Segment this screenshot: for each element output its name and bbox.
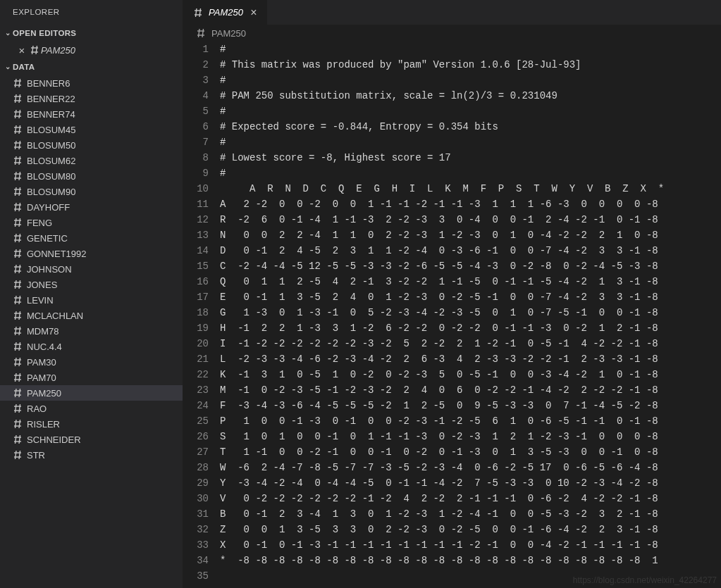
svg-line-71 <box>19 327 20 335</box>
tree-item-label: BLOSUM80 <box>27 171 75 182</box>
file-icon <box>11 201 24 213</box>
tree-item-benner22[interactable]: BENNER22 <box>0 91 183 106</box>
svg-line-10 <box>16 94 17 103</box>
file-icon <box>11 356 24 368</box>
file-icon <box>11 170 24 182</box>
line-number: 34 <box>183 553 209 568</box>
code-line: P 1 0 0 -1 -3 0 -1 0 0 -2 -3 -1 -2 -5 6 … <box>220 413 713 429</box>
tree-item-blosum80[interactable]: BLOSUM80 <box>0 168 183 184</box>
tree-item-blosum62[interactable]: BLOSUM62 <box>0 153 183 168</box>
svg-line-39 <box>19 203 20 211</box>
code-content[interactable]: ## This matrix was produced by "pam" Ver… <box>220 42 721 588</box>
tree-item-label: BENNER74 <box>27 109 75 120</box>
file-icon <box>11 418 24 430</box>
tree-item-label: RISLER <box>27 419 60 430</box>
svg-line-23 <box>19 141 20 149</box>
tree-item-label: STR <box>27 450 45 461</box>
svg-line-58 <box>16 280 17 289</box>
svg-line-91 <box>19 404 20 413</box>
tree-item-mclachlan[interactable]: MCLACHLAN <box>0 308 183 323</box>
tree-item-benner6[interactable]: BENNER6 <box>0 75 183 91</box>
editor[interactable]: 1234567891011121314151617181920212223242… <box>183 42 721 588</box>
file-icon <box>11 232 24 244</box>
tree-item-genetic[interactable]: GENETIC <box>0 230 183 246</box>
svg-line-98 <box>16 435 17 444</box>
tree-item-blosum45[interactable]: BLOSUM45 <box>0 122 183 137</box>
svg-line-19 <box>19 125 20 134</box>
svg-line-66 <box>16 311 17 320</box>
tree-item-benner74[interactable]: BENNER74 <box>0 106 183 122</box>
tree-item-schneider[interactable]: SCHNEIDER <box>0 432 183 447</box>
tree-item-jones[interactable]: JONES <box>0 277 183 292</box>
tree-item-nuc-4-4[interactable]: NUC.4.4 <box>0 339 183 354</box>
tree-item-label: BLOSUM62 <box>27 156 75 166</box>
tree-item-rao[interactable]: RAO <box>0 401 183 416</box>
svg-line-15 <box>19 110 20 118</box>
line-number: 11 <box>183 196 209 212</box>
open-editors-header[interactable]: ⌄ OPEN EDITORS <box>0 25 183 42</box>
tree-item-label: NUC.4.4 <box>27 342 62 352</box>
line-number: 27 <box>183 444 209 460</box>
data-section-header[interactable]: ⌄ DATA <box>0 58 183 75</box>
tree-item-label: BLOSUM50 <box>27 140 75 151</box>
svg-line-111 <box>202 29 204 37</box>
breadcrumb[interactable]: PAM250 <box>183 25 721 42</box>
tree-item-gonnet1992[interactable]: GONNET1992 <box>0 246 183 261</box>
tree-item-feng[interactable]: FENG <box>0 215 183 230</box>
file-icon <box>11 108 24 120</box>
tree-item-risler[interactable]: RISLER <box>0 416 183 432</box>
file-icon <box>11 325 24 337</box>
svg-line-70 <box>16 327 17 335</box>
code-line: # <box>220 135 713 150</box>
tree-item-pam70[interactable]: PAM70 <box>0 370 183 385</box>
line-number: 24 <box>183 398 209 413</box>
breadcrumb-label: PAM250 <box>211 28 246 39</box>
tab-pam250[interactable]: PAM250 × <box>183 0 267 25</box>
open-editor-item[interactable]: × PAM250 <box>0 42 183 58</box>
code-line: H -1 2 2 1 -3 3 1 -2 6 -2 -2 0 -2 -2 0 -… <box>220 320 713 336</box>
tree-item-blosum90[interactable]: BLOSUM90 <box>0 184 183 199</box>
tree-item-label: PAM250 <box>27 388 61 399</box>
tree-item-label: MDM78 <box>27 326 59 337</box>
svg-line-31 <box>19 172 20 180</box>
svg-line-34 <box>16 187 17 196</box>
tree-item-str[interactable]: STR <box>0 447 183 463</box>
svg-line-55 <box>19 265 20 273</box>
svg-line-35 <box>19 187 20 196</box>
svg-line-75 <box>19 342 20 351</box>
tree-item-levin[interactable]: LEVIN <box>0 292 183 308</box>
svg-line-62 <box>16 296 17 304</box>
line-number: 12 <box>183 212 209 227</box>
tree-item-label: JONES <box>27 280 57 290</box>
tree-item-pam30[interactable]: PAM30 <box>0 354 183 370</box>
tree-item-blosum50[interactable]: BLOSUM50 <box>0 137 183 153</box>
code-line: A R N D C Q E G H I L K M F P S T W Y V … <box>220 181 713 196</box>
svg-line-74 <box>16 342 17 351</box>
line-number: 17 <box>183 289 209 305</box>
code-line: # This matrix was produced by "pam" Vers… <box>220 57 713 73</box>
tree-item-pam250[interactable]: PAM250 <box>0 385 183 401</box>
svg-line-43 <box>19 218 20 227</box>
svg-line-46 <box>16 234 17 242</box>
line-gutter: 1234567891011121314151617181920212223242… <box>183 42 220 588</box>
code-line: S 1 0 1 0 0 -1 0 1 -1 -1 -3 0 -2 -3 1 2 … <box>220 429 713 444</box>
chevron-down-icon: ⌄ <box>3 58 13 75</box>
tree-item-label: LEVIN <box>27 295 54 306</box>
code-line: B 0 -1 2 3 -4 1 3 0 1 -2 -3 1 -2 -4 -1 0… <box>220 506 713 522</box>
close-icon[interactable]: × <box>247 6 260 19</box>
line-number: 29 <box>183 475 209 491</box>
explorer-title: EXPLORER <box>0 0 183 25</box>
svg-line-67 <box>19 311 20 320</box>
close-icon[interactable]: × <box>16 44 28 56</box>
code-line: E 0 -1 1 3 -5 2 4 0 1 -2 -3 0 -2 -5 -1 0… <box>220 289 713 305</box>
code-line: K -1 3 1 0 -5 1 0 -2 0 -2 -3 5 0 -5 -1 0… <box>220 367 713 382</box>
line-number: 21 <box>183 351 209 367</box>
tree-item-johnson[interactable]: JOHNSON <box>0 261 183 277</box>
open-editors-label: OPEN EDITORS <box>13 25 76 42</box>
editor-main: PAM250 × PAM250 123456789101112131415161… <box>183 0 721 588</box>
line-number: 32 <box>183 522 209 537</box>
svg-line-51 <box>19 249 20 258</box>
tree-item-mdm78[interactable]: MDM78 <box>0 323 183 339</box>
tree-item-dayhoff[interactable]: DAYHOFF <box>0 199 183 215</box>
tree-item-label: PAM30 <box>27 357 56 368</box>
